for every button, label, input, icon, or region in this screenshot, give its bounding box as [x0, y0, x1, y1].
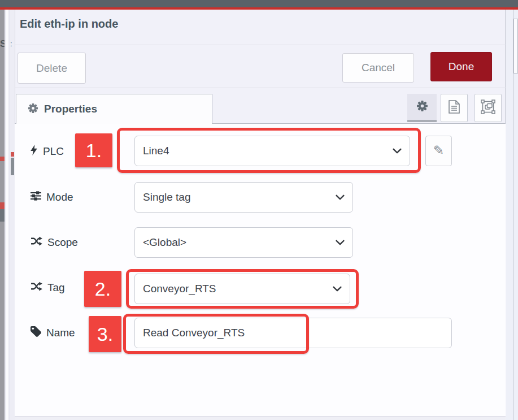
annotation-step-badge: 1. [75, 133, 112, 167]
mode-select[interactable]: Single tag [134, 182, 353, 213]
chevron-down-icon [336, 240, 352, 245]
dialog-footer-strip [15, 416, 506, 420]
tab-properties-label: Properties [44, 103, 97, 115]
screen: S : Edit eth-ip in node Delete Cancel Do… [0, 0, 518, 420]
background-red-fragment [0, 202, 5, 209]
plc-field-label: PLC [31, 144, 64, 159]
background-red-fragment [11, 152, 14, 157]
name-input-wrap [134, 318, 452, 348]
plc-select-value: Line4 [135, 145, 393, 157]
pencil-icon: ✎ [433, 143, 444, 158]
delete-button[interactable]: Delete [18, 53, 86, 84]
browser-header-bar [0, 0, 518, 7]
background-scrollbar-thumb[interactable] [6, 10, 8, 420]
done-button[interactable]: Done [430, 52, 492, 81]
scrollbar-thumb[interactable] [513, 19, 518, 73]
tag-select[interactable]: Conveyor_RTS [134, 274, 350, 304]
background-page-sliver [10, 10, 15, 420]
divider [15, 88, 506, 88]
divider [15, 45, 506, 45]
shuffle-icon [31, 282, 42, 294]
chevron-down-icon [333, 286, 350, 292]
chevron-down-icon [393, 148, 410, 154]
mode-select-value: Single tag [135, 191, 336, 203]
appearance-frame-icon [481, 99, 495, 116]
annotation-step-badge: 2. [84, 271, 121, 307]
tag-select-value: Conveyor_RTS [135, 283, 333, 295]
background-red-fragment [0, 157, 5, 161]
shuffle-icon [31, 236, 42, 249]
name-field-label: Name [31, 326, 75, 340]
sliders-icon [31, 191, 41, 203]
scope-field-label: Scope [31, 235, 78, 250]
background-gray-fragment [0, 209, 5, 222]
bolt-icon [31, 145, 38, 158]
background-gray-fragment [11, 158, 14, 175]
scope-select[interactable]: <Global> [134, 227, 353, 258]
annotation-step-badge: 3. [89, 316, 121, 352]
appearance-tab-button[interactable] [475, 94, 502, 122]
document-icon [449, 100, 460, 116]
chevron-down-icon [336, 194, 352, 200]
scope-select-value: <Global> [135, 236, 336, 249]
description-tab-button[interactable] [441, 94, 468, 122]
background-text-fragment: : [10, 40, 14, 50]
tag-field-label: Tag [31, 280, 65, 295]
name-input[interactable] [135, 318, 451, 348]
plc-select[interactable]: Line4 [134, 136, 410, 166]
tab-properties[interactable]: Properties [16, 94, 212, 124]
cancel-button[interactable]: Cancel [342, 53, 414, 83]
tag-icon [31, 326, 41, 340]
mode-field-label: Mode [31, 190, 73, 205]
dialog-title: Edit eth-ip in node [20, 18, 118, 31]
properties-tab-button[interactable] [407, 94, 437, 122]
dialog-form-area [15, 124, 506, 416]
edit-plc-config-button[interactable]: ✎ [425, 136, 452, 166]
gear-icon [28, 103, 38, 116]
gear-icon [416, 100, 428, 114]
background-text-fragment: S [0, 38, 5, 51]
